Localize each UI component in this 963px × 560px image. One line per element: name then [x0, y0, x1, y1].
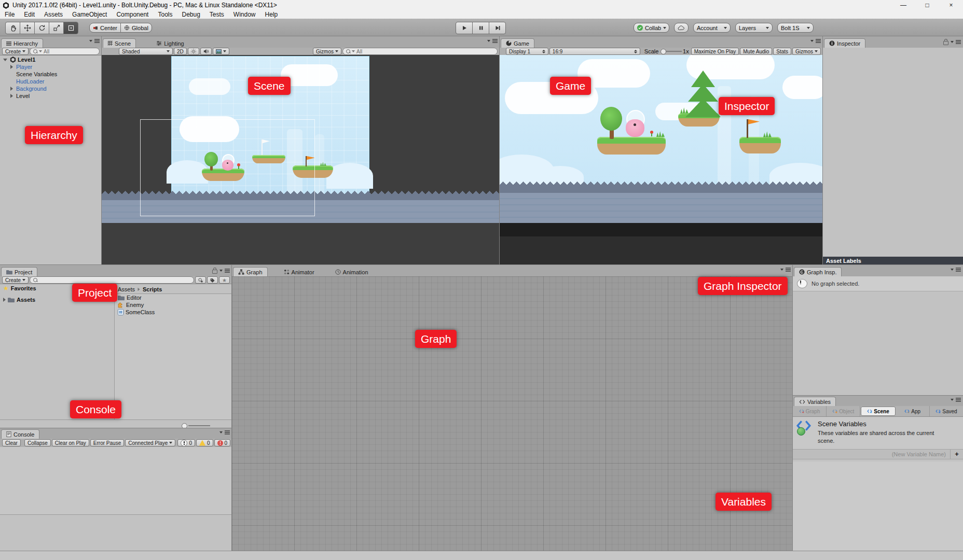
panel-menu-icon[interactable] [786, 268, 791, 272]
hierarchy-item-background[interactable]: Background [0, 85, 102, 92]
step-button[interactable] [489, 22, 506, 34]
tab-animator[interactable]: Animator [279, 268, 319, 276]
lock-icon[interactable] [212, 270, 217, 274]
stats-toggle[interactable]: Stats [773, 48, 791, 55]
menu-assets[interactable]: Assets [39, 10, 67, 19]
menu-file[interactable]: File [0, 10, 19, 19]
scene-audio-toggle[interactable] [200, 48, 212, 55]
hierarchy-item-level1[interactable]: Level1 [0, 56, 102, 63]
panel-menu-icon[interactable] [956, 268, 961, 272]
collapse-button[interactable]: Collapse [24, 439, 51, 446]
error-count-toggle[interactable]: 0 [214, 439, 231, 446]
minimize-button[interactable]: — [891, 0, 915, 10]
mute-audio-toggle[interactable]: Mute Audio [740, 48, 772, 55]
favorites-star-button[interactable]: ★ [219, 276, 230, 284]
tab-console[interactable]: Console [1, 429, 39, 439]
hierarchy-item-level[interactable]: Level [0, 92, 102, 100]
tab-project[interactable]: Project [1, 267, 37, 276]
layout-dropdown[interactable]: Bolt 1S [777, 23, 814, 33]
foldout-collapsed-icon[interactable] [10, 87, 13, 91]
layers-dropdown[interactable]: Layers [735, 23, 773, 33]
game-viewport[interactable] [500, 55, 823, 265]
scale-tool-button[interactable] [49, 22, 64, 34]
panel-dropdown-icon[interactable] [219, 431, 223, 433]
scene-search-input[interactable]: All [342, 48, 498, 55]
aspect-ratio-dropdown[interactable]: 16:9 [549, 48, 640, 55]
file-row-editor[interactable]: Editor [115, 294, 232, 301]
project-create-button[interactable]: Create [2, 276, 29, 284]
scope-tab-app[interactable]: App [896, 406, 930, 416]
panel-menu-icon[interactable] [956, 40, 961, 44]
panel-dropdown-icon[interactable] [951, 41, 954, 43]
breadcrumb-root[interactable]: Assets [118, 286, 135, 292]
2d-toggle-button[interactable]: 2D [174, 48, 187, 55]
move-tool-button[interactable] [20, 22, 35, 34]
slider-knob[interactable] [661, 49, 666, 54]
menu-tests[interactable]: Tests [205, 10, 229, 19]
panel-menu-icon[interactable] [816, 39, 821, 43]
warning-count-toggle[interactable]: 0 [196, 439, 213, 446]
hand-tool-button[interactable] [5, 22, 20, 34]
menu-edit[interactable]: Edit [19, 10, 39, 19]
scene-effects-dropdown[interactable] [213, 48, 229, 55]
tab-animation[interactable]: Animation [331, 268, 373, 276]
tab-graph-insp[interactable]: Graph Insp. [794, 267, 842, 276]
add-variable-button[interactable]: + [950, 450, 963, 459]
search-by-type-button[interactable] [195, 276, 206, 284]
asset-labels-bar[interactable]: Asset Labels [823, 257, 963, 265]
foldout-expanded-icon[interactable] [3, 59, 7, 61]
slider-track[interactable] [188, 425, 210, 426]
menu-debug[interactable]: Debug [177, 10, 204, 19]
menu-gameobject[interactable]: GameObject [67, 10, 112, 19]
new-variable-name-input[interactable]: (New Variable Name) [793, 451, 950, 457]
hierarchy-search-input[interactable]: All [30, 48, 100, 55]
file-row-someclass[interactable]: SomeClass [115, 309, 232, 316]
panel-menu-icon[interactable] [225, 430, 230, 435]
hierarchy-create-button[interactable]: Create [2, 48, 29, 55]
graph-canvas[interactable] [232, 276, 793, 551]
scene-gizmos-dropdown[interactable]: Gizmos [313, 48, 341, 55]
scope-tab-graph[interactable]: Graph [793, 406, 827, 416]
maximize-button[interactable]: □ [915, 0, 939, 10]
project-search-input[interactable] [30, 276, 194, 284]
space-toggle-button[interactable]: Global [120, 23, 152, 33]
foldout-collapsed-icon[interactable] [10, 65, 13, 69]
clear-on-play-button[interactable]: Clear on Play [52, 439, 89, 446]
display-dropdown[interactable]: Display 1 [506, 48, 548, 55]
panel-menu-icon[interactable] [956, 398, 961, 402]
tab-lighting[interactable]: Lighting [152, 39, 189, 48]
play-button[interactable] [456, 22, 473, 34]
panel-menu-icon[interactable] [225, 269, 230, 273]
menu-tools[interactable]: Tools [153, 10, 177, 19]
cloud-button[interactable] [674, 23, 689, 33]
panel-menu-icon[interactable] [94, 39, 100, 43]
maximize-on-play-toggle[interactable]: Maximize On Play [691, 48, 739, 55]
panel-dropdown-icon[interactable] [780, 269, 783, 271]
tab-game[interactable]: Game [501, 38, 534, 48]
console-log-list[interactable] [0, 447, 232, 515]
panel-dropdown-icon[interactable] [810, 40, 814, 42]
clear-button[interactable]: Clear [2, 439, 21, 446]
tab-variables[interactable]: Variables [794, 397, 836, 406]
scene-viewport[interactable] [102, 55, 500, 265]
scope-tab-saved[interactable]: Saved [930, 406, 963, 416]
rotate-tool-button[interactable] [34, 22, 49, 34]
scope-tab-object[interactable]: Object [827, 406, 860, 416]
hierarchy-item-hudloader[interactable]: HudLoader [0, 78, 102, 85]
hierarchy-item-player[interactable]: Player [0, 63, 102, 71]
lock-icon[interactable] [943, 41, 948, 45]
hierarchy-item-scene-variables[interactable]: Scene Variables [0, 71, 102, 78]
tab-scene[interactable]: Scene [103, 38, 136, 48]
game-gizmos-dropdown[interactable]: Gizmos [792, 48, 821, 55]
search-by-label-button[interactable] [207, 276, 218, 284]
breadcrumb-current[interactable]: Scripts [143, 286, 162, 292]
tab-inspector[interactable]: Inspector [824, 38, 865, 48]
foldout-collapsed-icon[interactable] [10, 94, 13, 98]
account-dropdown[interactable]: Account [693, 23, 731, 33]
panel-dropdown-icon[interactable] [951, 269, 954, 271]
file-row-enemy[interactable]: Enemy [115, 301, 232, 309]
menu-help[interactable]: Help [260, 10, 283, 19]
panel-dropdown-icon[interactable] [89, 40, 92, 42]
draw-mode-dropdown[interactable]: Shaded [119, 48, 173, 55]
rect-tool-button[interactable] [63, 22, 78, 34]
